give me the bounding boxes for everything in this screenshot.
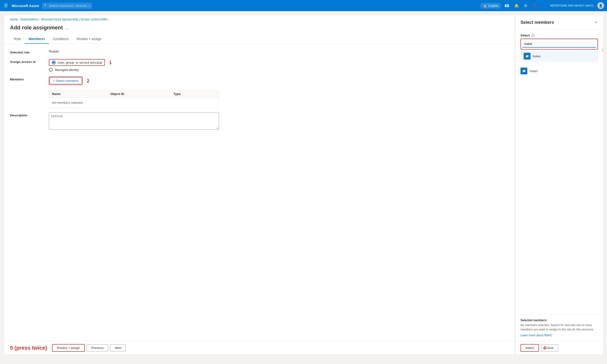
- members-table-header: Name Object ID Type: [49, 90, 219, 98]
- select-button[interactable]: Select: [520, 344, 539, 351]
- copilot-icon: 🤖: [483, 4, 487, 8]
- copilot-button[interactable]: 🤖 Copilot: [480, 3, 501, 9]
- search-bar-wrap: 🔍: [42, 3, 159, 9]
- radio-managed-identity-label: Managed identity: [55, 68, 79, 72]
- copilot-label: Copilot: [488, 4, 498, 8]
- breadcrumb-sep-3: ›: [108, 18, 109, 21]
- bottom-toolbar: 5 (press twice) Review + assign Previous…: [4, 341, 603, 354]
- result-avatar-1: 📁: [520, 67, 527, 74]
- annotation-4: 4: [543, 345, 546, 351]
- annotation-3: 3: [602, 47, 603, 53]
- panel-close-button[interactable]: ×: [594, 19, 598, 26]
- panel-title: Select members: [520, 20, 554, 25]
- assign-access-label: Assign access to: [10, 59, 49, 64]
- select-members-wrap: + Select members 2: [49, 77, 83, 85]
- search-dropdown: 📁 holori: [520, 51, 598, 62]
- review-assign-wrap: Review + assign: [52, 344, 85, 351]
- review-assign-button[interactable]: Review + assign: [52, 344, 85, 351]
- search-input-panel[interactable]: [522, 40, 596, 48]
- selected-members-title: Selected members:: [520, 319, 598, 322]
- radio-managed-identity-circle: [49, 68, 53, 72]
- next-button[interactable]: Next: [110, 344, 126, 351]
- tab-conditions[interactable]: Conditions: [49, 35, 73, 44]
- search-annotation-box: [520, 39, 598, 50]
- description-row: Description: [10, 113, 222, 130]
- search-annotation-outer: 3 📁 holori: [520, 39, 598, 62]
- feedback-icon[interactable]: 📧: [503, 2, 511, 9]
- right-panel: Select members × Select i 3 📁 holori: [515, 15, 603, 354]
- select-label: Select i: [520, 34, 598, 37]
- members-label: Members: [10, 77, 49, 81]
- form-content: Selected role Reader Assign access to Us…: [4, 44, 228, 140]
- selected-role-value: Reader: [49, 50, 59, 53]
- radio-user-group-label: User, group, or service principal: [58, 61, 102, 65]
- tab-review-assign[interactable]: Review + assign: [73, 35, 105, 44]
- description-textarea[interactable]: [49, 113, 219, 130]
- directory-icon[interactable]: 👤: [541, 2, 548, 9]
- col-type-header: Type: [173, 92, 212, 96]
- dropdown-item-name-1: holori: [533, 54, 541, 58]
- breadcrumb-sep-2: ›: [39, 18, 40, 21]
- dropdown-item-1[interactable]: 📁 holori: [521, 51, 598, 62]
- notifications-icon[interactable]: 🔔: [513, 2, 520, 9]
- assign-access-row: Assign access to User, group, or service…: [10, 59, 222, 72]
- avatar: 👤: [597, 2, 604, 9]
- results-list: 📁 holori: [516, 64, 603, 314]
- info-icon[interactable]: i: [531, 34, 535, 37]
- tab-bar: Role Members• Conditions Review + assign: [4, 35, 603, 44]
- assign-access-options: User, group, or service principal 1 Mana…: [49, 59, 105, 72]
- annotation-2: 2: [87, 78, 90, 84]
- search-icon: 🔍: [44, 4, 48, 7]
- radio-group: User, group, or service principal 1 Mana…: [49, 59, 105, 72]
- breadcrumb-sep-1: ›: [19, 18, 20, 21]
- settings-icon[interactable]: ⚙: [522, 2, 529, 9]
- navbar-right: 🤖 Copilot 📧 🔔 ⚙ ❓ 👤 RÉPERTOIRE PAR DEFAU…: [480, 2, 604, 9]
- panel-footer: Select 4 Close: [516, 341, 603, 354]
- members-content: + Select members 2: [49, 77, 83, 85]
- search-input[interactable]: [42, 3, 92, 9]
- azure-logo-text: Microsoft Azure: [12, 4, 39, 8]
- tab-members[interactable]: Members•: [25, 35, 49, 44]
- page-header: Add role assignment ...: [4, 24, 603, 35]
- user-label: RÉPERTOIRE PAR DEFAUT (ANTO...: [550, 4, 596, 7]
- breadcrumb-subscriptions[interactable]: Subscriptions: [21, 18, 38, 21]
- selected-members-desc: No members selected. Search for and add …: [520, 323, 598, 332]
- previous-button[interactable]: Previous: [87, 344, 108, 351]
- description-label: Description: [10, 113, 49, 117]
- user-profile[interactable]: RÉPERTOIRE PAR DEFAUT (ANTO... 👤: [550, 2, 604, 9]
- learn-more-rbac-link[interactable]: Learn more about RBAC: [520, 334, 552, 337]
- help-icon[interactable]: ❓: [531, 2, 539, 9]
- result-item-1[interactable]: 📁 holori: [520, 65, 598, 76]
- radio-option-1-annotated: User, group, or service principal: [49, 59, 105, 66]
- members-row: Members + Select members 2: [10, 77, 222, 85]
- members-table: Name Object ID Type No members selected: [49, 90, 219, 108]
- col-name-header: Name: [52, 92, 110, 96]
- tab-role[interactable]: Role: [10, 35, 25, 44]
- radio-option-1-wrap: User, group, or service principal 1: [49, 59, 105, 66]
- select-members-button[interactable]: + Select members: [50, 78, 82, 84]
- radio-option-2[interactable]: Managed identity: [49, 68, 105, 72]
- panel-header: Select members ×: [516, 15, 603, 30]
- dropdown-avatar-1: 📁: [524, 53, 530, 60]
- annotation-5: 5 (press twice): [10, 345, 47, 351]
- radio-user-group-circle[interactable]: [52, 61, 56, 65]
- breadcrumb-iam[interactable]: Microsoft Azure Sponsorship | Access con…: [41, 18, 107, 21]
- main-wrapper: Home › Subscriptions › Microsoft Azure S…: [4, 15, 603, 355]
- breadcrumb-home[interactable]: Home: [10, 18, 18, 21]
- breadcrumb: Home › Subscriptions › Microsoft Azure S…: [4, 15, 603, 24]
- selected-role-row: Selected role Reader: [10, 50, 222, 54]
- navbar: ☰ Microsoft Azure 🔍 🤖 Copilot 📧 🔔 ⚙ ❓ 👤 …: [0, 0, 607, 11]
- hamburger-icon[interactable]: ☰: [3, 2, 9, 9]
- page-title: Add role assignment: [10, 25, 63, 31]
- selected-members-info: Selected members: No members selected. S…: [516, 314, 603, 341]
- annotation-1: 1: [109, 60, 112, 65]
- select-input-section: Select i 3 📁 holori: [516, 30, 603, 64]
- col-objectid-header: Object ID: [110, 92, 173, 96]
- content-area: Selected role Reader Assign access to Us…: [4, 44, 603, 157]
- selected-role-label: Selected role: [10, 50, 49, 54]
- result-name-1: holori: [530, 69, 538, 73]
- select-members-annotated: + Select members: [49, 77, 83, 85]
- tab-required-dot: •: [43, 37, 45, 41]
- more-options-icon[interactable]: ...: [65, 25, 69, 30]
- select-btn-wrap: Select 4: [520, 344, 539, 351]
